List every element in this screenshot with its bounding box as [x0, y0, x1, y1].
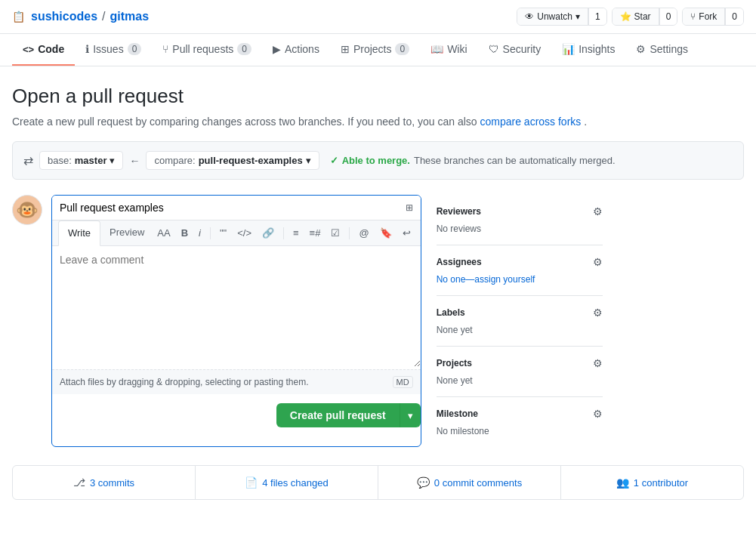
projects-section: Projects ⚙ None yet: [437, 347, 603, 397]
tasks-button[interactable]: ☑: [327, 225, 344, 241]
tab-settings-label: Settings: [650, 43, 688, 55]
mention-button[interactable]: @: [355, 225, 372, 241]
branch-bar: ⇄ base: master ▾ ← compare: pull-request…: [12, 141, 744, 180]
pr-title-input[interactable]: [60, 202, 403, 214]
code-icon: <>: [23, 44, 34, 55]
preview-tab[interactable]: Preview: [100, 220, 153, 245]
base-branch-select[interactable]: base: master ▾: [39, 151, 123, 170]
fork-button[interactable]: ⑂ Fork: [683, 8, 725, 25]
tab-actions[interactable]: ▶ Actions: [262, 34, 330, 66]
top-actions: 👁 Unwatch ▾ 1 ⭐ Star 0 ⑂ Fork 0: [517, 8, 744, 26]
star-label: Star: [634, 11, 651, 22]
labels-header: Labels ⚙: [437, 307, 603, 319]
tab-code[interactable]: <> Code: [12, 34, 75, 66]
tab-security[interactable]: 🛡 Security: [478, 34, 552, 66]
quote-button[interactable]: "": [216, 225, 230, 241]
wiki-icon: 📖: [430, 43, 443, 55]
contributor-icon: 👥: [616, 476, 629, 489]
numbered-button[interactable]: ≡#: [306, 225, 325, 241]
compare-forks-link[interactable]: compare across forks: [480, 116, 581, 128]
milestone-title: Milestone: [437, 408, 478, 419]
reviewers-gear-icon[interactable]: ⚙: [593, 205, 603, 217]
merge-status: ✓ Able to merge. These branches can be a…: [330, 155, 616, 166]
assignees-title: Assignees: [437, 257, 482, 267]
comment-textarea[interactable]: [52, 246, 421, 367]
projects-header: Projects ⚙: [437, 357, 603, 369]
top-bar: 📋 sushicodes / gitmas 👁 Unwatch ▾ 1 ⭐ St…: [0, 0, 756, 34]
org-link[interactable]: sushicodes: [31, 10, 97, 23]
star-button[interactable]: ⭐ Star: [613, 8, 659, 25]
tab-pr-label: Pull requests: [172, 43, 233, 55]
tab-pull-requests[interactable]: ⑂ Pull requests 0: [152, 34, 262, 66]
tab-insights-label: Insights: [579, 43, 615, 55]
tab-insights[interactable]: 📊 Insights: [551, 34, 625, 66]
create-pr-dropdown-button[interactable]: ▾: [400, 403, 421, 427]
subtitle-pre-link: If you need to, you can also: [347, 116, 480, 128]
bold-button[interactable]: B: [177, 225, 192, 241]
tab-wiki[interactable]: 📖 Wiki: [420, 34, 477, 66]
write-tab[interactable]: Write: [58, 220, 100, 246]
chevron-icon: ▾: [575, 11, 580, 22]
fork-icon: ⑂: [690, 11, 696, 22]
labels-gear-icon[interactable]: ⚙: [593, 307, 603, 319]
avatar: 🐵: [12, 195, 42, 225]
fork-count: 0: [725, 8, 743, 25]
commits-bar: ⎇ 3 commits 📄 4 files changed 💬 0 commit…: [12, 465, 744, 500]
projects-title: Projects: [437, 358, 472, 368]
subtitle-after: .: [584, 116, 587, 128]
watch-label: Unwatch: [537, 11, 572, 22]
reply-button[interactable]: ↩: [399, 225, 415, 241]
repo-title: 📋 sushicodes / gitmas: [12, 10, 149, 23]
files-item[interactable]: 📄 4 files changed: [196, 466, 378, 499]
commits-icon: ⎇: [73, 476, 85, 489]
projects-icon: ⊞: [341, 43, 350, 55]
comments-label: 0 commit comments: [434, 477, 522, 489]
italic-button[interactable]: i: [195, 225, 205, 241]
tab-code-label: Code: [38, 43, 64, 55]
bookmark-button[interactable]: 🔖: [376, 225, 396, 241]
tab-issues[interactable]: ℹ Issues 0: [75, 34, 152, 66]
nav-tabs: <> Code ℹ Issues 0 ⑂ Pull requests 0 ▶ A…: [0, 34, 756, 66]
tab-settings[interactable]: ⚙ Settings: [625, 34, 699, 66]
bullets-button[interactable]: ≡: [289, 225, 303, 241]
heading-button[interactable]: AA: [153, 225, 174, 241]
merge-label: Able to merge.: [342, 155, 410, 166]
milestone-gear-icon[interactable]: ⚙: [593, 408, 603, 420]
subtitle-before: Create a new pull request by comparing c…: [12, 116, 344, 128]
link-button[interactable]: 🔗: [258, 225, 278, 241]
assignees-value[interactable]: No one—assign yourself: [437, 274, 603, 285]
tab-security-label: Security: [503, 43, 542, 55]
files-label: 4 files changed: [262, 477, 328, 489]
milestone-header: Milestone ⚙: [437, 408, 603, 420]
pr-layout: 🐵 ⊞ Write Preview: [12, 195, 744, 447]
commits-item[interactable]: ⎇ 3 commits: [13, 466, 196, 499]
projects-gear-icon[interactable]: ⚙: [593, 357, 603, 369]
issues-badge: 0: [128, 43, 142, 55]
labels-section: Labels ⚙ None yet: [437, 296, 603, 347]
projects-badge: 0: [395, 43, 409, 55]
comments-item[interactable]: 💬 0 commit comments: [378, 466, 561, 499]
tab-issues-label: Issues: [93, 43, 123, 55]
contributor-item[interactable]: 👥 1 contributor: [561, 466, 743, 499]
base-branch-name: master: [75, 155, 107, 166]
page-title: Open a pull request: [12, 85, 744, 108]
star-count: 0: [659, 8, 677, 25]
compare-branch-select[interactable]: compare: pull-request-examples ▾: [146, 151, 319, 170]
toolbar-separator-1: [210, 227, 211, 239]
labels-title: Labels: [437, 307, 465, 318]
attach-bar: Attach files by dragging & dropping, sel…: [52, 369, 421, 394]
labels-value: None yet: [437, 325, 603, 335]
code-button[interactable]: </>: [233, 225, 255, 241]
submit-row: Create pull request ▾: [52, 403, 421, 427]
watch-button[interactable]: 👁 Unwatch ▾: [517, 8, 588, 25]
arrow-left-icon: ←: [129, 155, 140, 167]
page-subtitle: Create a new pull request by comparing c…: [12, 116, 744, 128]
book-icon: 📋: [12, 11, 25, 23]
repo-link[interactable]: gitmas: [110, 10, 149, 23]
watch-group: 👁 Unwatch ▾ 1: [517, 8, 606, 26]
assignees-gear-icon[interactable]: ⚙: [593, 256, 603, 268]
projects-value: None yet: [437, 375, 603, 386]
create-pr-button[interactable]: Create pull request: [276, 403, 400, 427]
tab-projects[interactable]: ⊞ Projects 0: [330, 34, 420, 66]
reviewers-value: No reviews: [437, 224, 603, 234]
